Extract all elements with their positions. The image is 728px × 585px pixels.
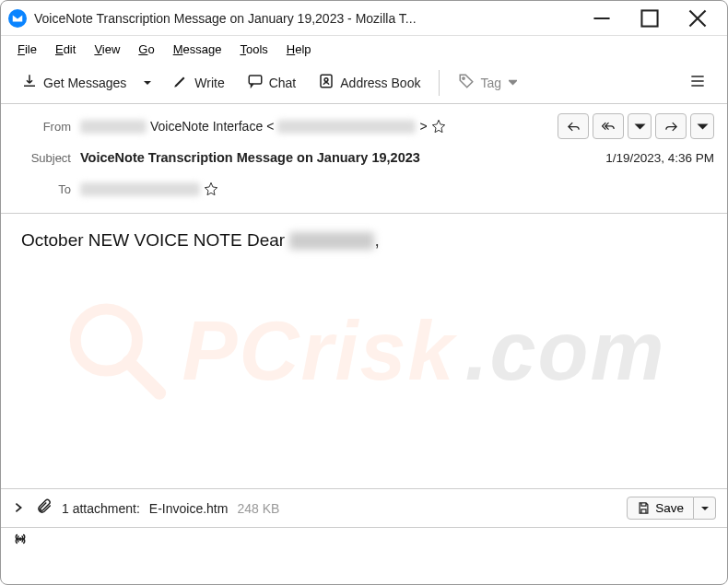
svg-rect-4 (249, 76, 262, 84)
body-text-after: , (374, 230, 379, 250)
reply-all-button[interactable] (593, 113, 624, 139)
from-name: VoiceNote Interface (150, 119, 263, 134)
menu-go[interactable]: Go (131, 40, 161, 59)
watermark: PCrisk.com (62, 296, 665, 406)
attachment-size: 248 KB (237, 501, 279, 516)
from-label: From (14, 120, 71, 134)
subject-label: Subject (14, 151, 71, 165)
chat-label: Chat (269, 76, 297, 90)
address-book-button[interactable]: Address Book (309, 67, 429, 98)
menubar: File Edit View Go Message Tools Help (1, 36, 727, 62)
forward-button[interactable] (655, 113, 687, 139)
svg-point-7 (463, 77, 464, 79)
status-bar (1, 527, 727, 553)
to-star-icon[interactable] (204, 181, 218, 196)
toolbar: Get Messages Write Chat Address Book Tag (1, 62, 727, 104)
save-group: Save (627, 497, 716, 520)
connection-icon (12, 532, 29, 549)
menu-edit[interactable]: Edit (48, 40, 83, 59)
window-titlebar: VoiceNote Transcription Message on Janua… (1, 1, 727, 36)
chat-button[interactable]: Chat (238, 67, 306, 98)
message-date: 1/19/2023, 4:36 PM (605, 151, 714, 165)
more-actions-dropdown[interactable] (690, 113, 714, 139)
attachment-count: 1 attachment: (62, 501, 140, 516)
attachment-bar: 1 attachment: E-Invoice.htm 248 KB Save (1, 488, 727, 527)
svg-rect-1 (641, 10, 657, 26)
maximize-button[interactable] (639, 7, 661, 29)
pencil-icon (172, 73, 189, 92)
write-label: Write (194, 76, 224, 90)
save-button[interactable]: Save (627, 497, 694, 520)
from-value: VoiceNote Interface <> (80, 119, 558, 134)
menu-message[interactable]: Message (166, 40, 229, 59)
to-redacted (80, 182, 200, 196)
tag-button[interactable]: Tag (449, 67, 526, 98)
svg-line-12 (128, 362, 159, 393)
reply-dropdown[interactable] (628, 113, 652, 139)
menu-tools[interactable]: Tools (232, 40, 275, 59)
menu-file[interactable]: File (10, 40, 44, 59)
header-actions (558, 113, 714, 139)
save-dropdown[interactable] (694, 497, 716, 520)
svg-point-6 (324, 78, 328, 82)
subject-value: VoiceNote Transcription Message on Janua… (80, 150, 605, 165)
message-header: From VoiceNote Interface <> Subject Voic… (1, 104, 727, 214)
svg-point-13 (19, 537, 21, 539)
attachment-filename[interactable]: E-Invoice.htm (149, 501, 229, 516)
chat-icon (247, 73, 264, 92)
minimize-button[interactable] (591, 7, 613, 29)
get-messages-dropdown[interactable] (135, 69, 159, 97)
thunderbird-icon (8, 9, 27, 28)
window-controls (591, 7, 720, 29)
close-button[interactable] (687, 7, 709, 29)
paperclip-icon (36, 498, 53, 518)
svg-point-11 (76, 309, 137, 370)
get-messages-label: Get Messages (43, 76, 126, 90)
menu-help[interactable]: Help (279, 40, 319, 59)
body-name-redacted (289, 232, 374, 250)
address-book-icon (318, 73, 335, 92)
from-email-redacted (277, 120, 416, 134)
from-prefix-redacted (80, 120, 147, 134)
download-icon (21, 73, 38, 92)
save-label: Save (655, 501, 684, 515)
toolbar-separator (439, 70, 440, 96)
body-text-before: October NEW VOICE NOTE Dear (21, 230, 289, 250)
window-title: VoiceNote Transcription Message on Janua… (34, 11, 591, 26)
menu-view[interactable]: View (87, 40, 127, 59)
app-menu-button[interactable] (679, 66, 716, 99)
to-label: To (14, 182, 71, 196)
reply-button[interactable] (558, 113, 589, 139)
address-book-label: Address Book (340, 76, 420, 90)
write-button[interactable]: Write (163, 67, 233, 98)
message-body: PCrisk.com October NEW VOICE NOTE Dear , (1, 214, 727, 488)
tag-icon (458, 73, 475, 92)
to-value (80, 181, 714, 196)
from-star-icon[interactable] (431, 119, 446, 134)
attachment-expand-icon[interactable] (12, 501, 27, 516)
tag-label: Tag (480, 76, 501, 90)
get-messages-button[interactable]: Get Messages (12, 67, 135, 98)
